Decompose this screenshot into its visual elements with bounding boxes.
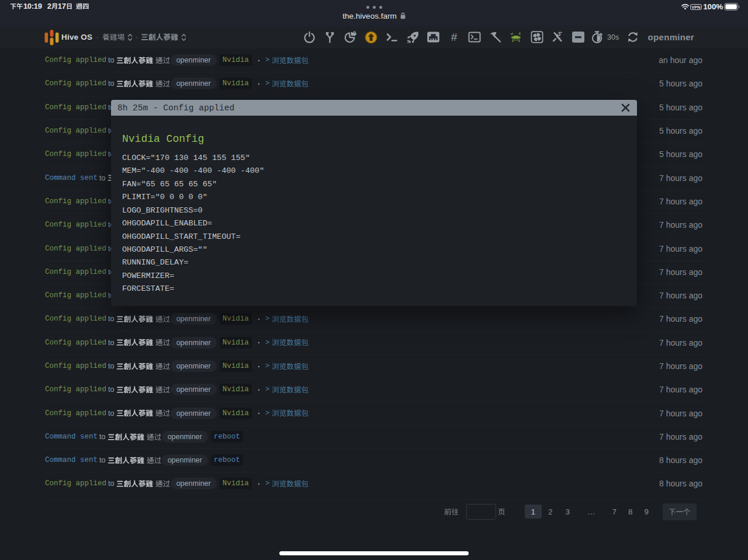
svg-text:#: # [451, 31, 458, 43]
